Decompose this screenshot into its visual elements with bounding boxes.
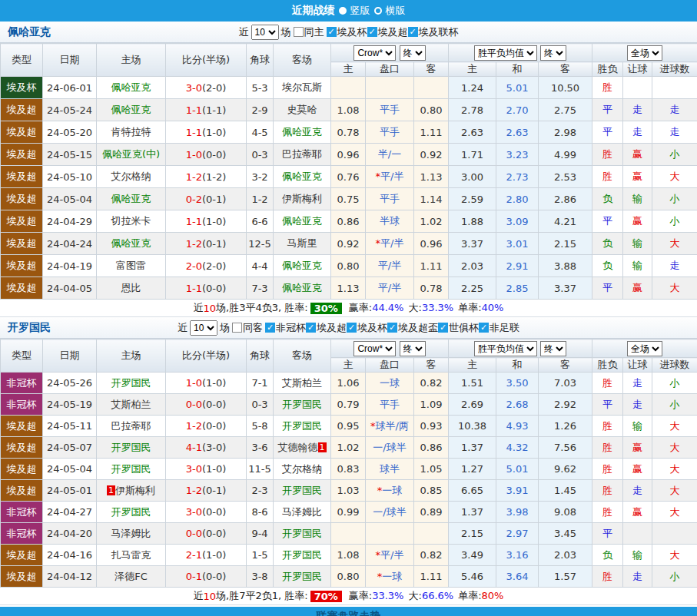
bottom-bar-title[interactable]: 联赛盘路走势 — [317, 610, 381, 616]
team-label: 佩哈亚克 — [282, 282, 322, 293]
same-venue-filter[interactable]: 同客 — [232, 321, 263, 335]
league-filter[interactable]: ✓埃及杯 — [327, 25, 367, 39]
league-filter-label[interactable]: 世俱杯 — [449, 321, 479, 335]
radio-vertical-label[interactable]: 竖版 — [350, 4, 370, 18]
league-filter-label[interactable]: 埃及超盃 — [398, 321, 438, 335]
league-filter-label[interactable]: 埃及超 — [317, 321, 347, 335]
team-section-home: 佩哈亚克 近 10 场 同主 ✓埃及杯✓埃及超✓埃及联杯 类型 日期 主场 比分… — [0, 22, 697, 317]
league-filter-label[interactable]: 埃及超 — [378, 25, 408, 39]
home-team-cell: 开罗国民 — [97, 459, 166, 480]
date-cell: 24-04-12 — [43, 566, 97, 588]
result-cell: 胜 — [592, 416, 623, 437]
halftime-score: (0-0) — [202, 420, 226, 432]
result-cell: 平 — [592, 210, 623, 233]
bookmaker-select[interactable]: Crow* — [353, 45, 396, 61]
odds-line-cell — [366, 77, 414, 99]
match-count-select[interactable]: 10 — [190, 320, 217, 336]
odds-home-cell: 0.75 — [331, 188, 366, 210]
handicap-line: 平手 — [380, 399, 400, 410]
away-team-cell: 巴拉蒂耶 — [274, 144, 331, 166]
avg-draw-cell: 2.80 — [496, 188, 539, 210]
halftime-score: (0-0) — [202, 149, 226, 161]
away-team-cell: 艾德翰德1 — [274, 437, 331, 459]
avg-away-cell: 1.26 — [539, 416, 592, 437]
away-team-cell: 佩哈亚克 — [274, 121, 331, 144]
league-filter-label[interactable]: 埃及杯 — [337, 25, 367, 39]
avg-away-cell: 3.88 — [539, 255, 592, 277]
avg-draw-cell: 5.01 — [496, 77, 539, 99]
avg-away-cell: 2.15 — [539, 233, 592, 255]
result-cell: 胜 — [592, 480, 623, 502]
checkbox-icon[interactable]: ✓ — [347, 323, 357, 333]
col-type: 类型 — [1, 44, 43, 77]
avg-home-cell: 10.38 — [449, 416, 496, 437]
league-filter[interactable]: ✓埃及超 — [306, 321, 347, 335]
type-cell: 埃及超 — [1, 459, 43, 480]
league-filter[interactable]: ✓埃及杯 — [347, 321, 387, 335]
handicap-result-cell — [623, 77, 652, 99]
bookmaker-select[interactable]: Crow* — [353, 341, 396, 356]
odds-line-cell: 半/一 — [366, 144, 414, 166]
radio-horizontal-label[interactable]: 横版 — [386, 4, 406, 18]
checkbox-icon[interactable]: ✓ — [408, 27, 418, 37]
avg-select[interactable]: 胜平负均值 — [474, 341, 537, 356]
league-filter[interactable]: ✓埃及联杯 — [408, 25, 459, 39]
stat-label: 大: — [408, 590, 421, 601]
red-card-badge: 1 — [107, 485, 115, 495]
halftime-score: (2-0) — [202, 82, 226, 94]
avg-final-select[interactable]: 终 — [540, 45, 566, 61]
league-filter[interactable]: ✓埃及超盃 — [387, 321, 438, 335]
same-venue-filter[interactable]: 同主 — [294, 25, 324, 39]
league-filter-label[interactable]: 埃及杯 — [357, 321, 387, 335]
handicap-line: 一/球半 — [373, 506, 406, 518]
avg-final-select[interactable]: 终 — [540, 341, 566, 356]
score-cell: 1-0(1-0) — [166, 373, 247, 394]
checkbox-icon[interactable]: ✓ — [367, 27, 377, 37]
radio-vertical[interactable] — [339, 7, 347, 15]
avg-select[interactable]: 胜平负均值 — [474, 45, 537, 61]
team-label: 巴拉蒂耶 — [111, 420, 151, 432]
handicap-result-cell: 输 — [623, 545, 652, 566]
type-cell: 埃及超 — [1, 210, 43, 233]
team-label: 开罗国民 — [282, 549, 322, 561]
checkbox-icon[interactable]: ✓ — [306, 323, 316, 333]
checkbox-icon[interactable]: ✓ — [327, 27, 337, 37]
radio-horizontal[interactable] — [374, 7, 382, 15]
checkbox-icon[interactable] — [232, 323, 242, 333]
away-team-cell: 艾尔格纳 — [274, 459, 331, 480]
checkbox-icon[interactable]: ✓ — [387, 323, 397, 333]
league-filter[interactable]: ✓世俱杯 — [438, 321, 479, 335]
fulltime-score: 1-2 — [186, 485, 202, 496]
checkbox-icon[interactable]: ✓ — [479, 323, 489, 333]
checkbox-icon[interactable]: ✓ — [265, 323, 275, 333]
bottom-bar[interactable]: 联赛盘路走势 — [0, 607, 697, 616]
checkbox-icon[interactable]: ✓ — [438, 323, 448, 333]
odds-final-select[interactable]: 终 — [400, 45, 426, 61]
handicap-result-cell: 赢 — [623, 277, 652, 300]
match-count-select[interactable]: 10 — [251, 25, 279, 40]
league-filter-label[interactable]: 埃及联杯 — [419, 25, 459, 39]
table-row: 埃及超24-05-20肯特拉特1-1(1-0)4-5佩哈亚克0.78平手1.11… — [1, 121, 697, 144]
avg-draw-cell: 3.01 — [496, 233, 539, 255]
date-cell: 24-05-01 — [43, 480, 97, 502]
odds-final-select[interactable]: 终 — [400, 341, 426, 356]
table-row: 埃及超24-04-16扎马雷克2-1(1-0)1-5开罗国民1.08*平/半0.… — [1, 545, 697, 566]
scope-select[interactable]: 全场 — [627, 45, 662, 61]
date-cell: 24-04-20 — [43, 523, 97, 545]
checkbox-icon[interactable] — [294, 27, 304, 37]
league-filter-label[interactable]: 非冠杯 — [276, 321, 306, 335]
handicap-result-cell: 走 — [623, 373, 652, 394]
handicap-result-cell: 走 — [623, 121, 652, 144]
team-label: 开罗国民 — [111, 463, 151, 475]
home-team-cell: 艾斯柏兰 — [97, 394, 166, 416]
league-filter[interactable]: ✓非冠杯 — [265, 321, 306, 335]
league-filter[interactable]: ✓埃及超 — [367, 25, 408, 39]
league-filter[interactable]: ✓非足联 — [479, 321, 519, 335]
col-result: 胜负 — [592, 358, 623, 373]
handicap-line: 半球 — [380, 215, 400, 227]
league-filters: ✓埃及杯✓埃及超✓埃及联杯 — [327, 25, 459, 39]
scope-select[interactable]: 全场 — [627, 341, 662, 356]
section-header: 开罗国民 近 10 场 同客 ✓非冠杯✓埃及超✓埃及杯✓埃及超盃✓世俱杯✓非足联 — [0, 317, 697, 339]
league-filter-label[interactable]: 非足联 — [490, 321, 519, 335]
type-cell: 埃及超 — [1, 166, 43, 188]
